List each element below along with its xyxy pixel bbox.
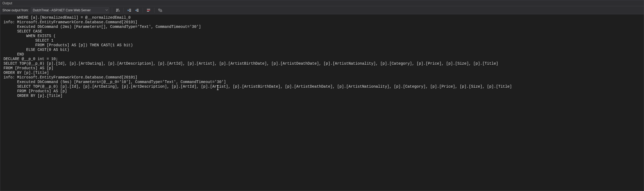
svg-rect-2 [116,11,118,12]
indent-icon [135,8,139,12]
output-source-dropdown[interactable]: DutchTreat - ASP.NET Core Web Server [31,7,109,13]
output-toolbar: Show output from: DutchTreat - ASP.NET C… [0,6,644,14]
toolbar-divider [143,8,143,13]
chevron-down-icon [106,9,108,11]
svg-rect-0 [116,9,119,9]
svg-rect-4 [129,10,131,11]
output-content-area[interactable]: WHERE [a].[NormalizedEmail] = @__normali… [0,14,644,191]
word-wrap-button[interactable] [146,7,152,13]
indent-button[interactable] [134,7,140,13]
svg-rect-10 [147,10,150,11]
svg-rect-5 [129,11,131,12]
toggle-button[interactable] [157,7,163,13]
panel-title: Output [2,1,12,5]
clear-all-button[interactable] [115,7,121,13]
output-source-selected: DutchTreat - ASP.NET Core Web Server [33,8,90,12]
svg-rect-3 [129,9,131,9]
output-log-text: WHERE [a].[NormalizedEmail] = @__normali… [4,15,642,98]
toolbar-divider [154,8,155,13]
svg-rect-12 [159,9,160,10]
svg-rect-13 [160,11,162,12]
output-panel: Output Show output from: DutchTreat - AS… [0,0,644,191]
word-wrap-icon [147,8,150,12]
svg-rect-6 [137,9,139,9]
toolbar-divider [112,8,112,13]
svg-rect-1 [116,10,118,11]
svg-rect-7 [137,10,139,11]
toggle-icon [158,8,162,12]
outdent-button[interactable] [126,7,132,13]
svg-rect-11 [147,11,149,12]
svg-rect-9 [147,9,150,9]
show-output-label: Show output from: [2,8,29,12]
svg-rect-8 [137,11,139,12]
clear-all-icon [116,8,120,12]
outdent-icon [128,8,131,12]
panel-title-bar: Output [0,0,644,6]
text-cursor-icon [216,85,219,90]
toolbar-divider [123,8,124,13]
